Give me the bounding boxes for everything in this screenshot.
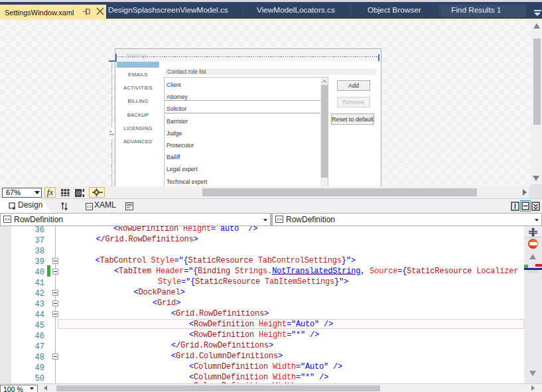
svg-text:<>: <> (86, 204, 92, 209)
